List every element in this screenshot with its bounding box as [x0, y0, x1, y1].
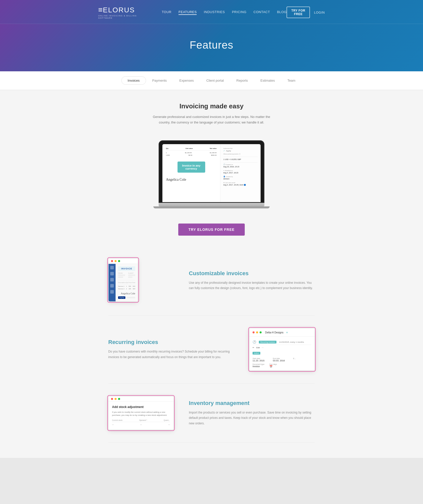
inv-dot-red	[111, 398, 113, 400]
nav-link-features[interactable]: FEATURES	[179, 10, 197, 15]
end-value: 03.03. 2016	[273, 359, 291, 362]
edit-row: ✏ Edit ···	[253, 346, 311, 349]
laptop-screen-inner: Qty Unit value Net value 1 $1,230.00 $1,…	[162, 144, 261, 202]
nav-link-industries[interactable]: INDUSTRIES	[204, 10, 225, 15]
app-sidebar	[109, 264, 116, 301]
feature-image-recurring: Delta-H Designs + 🕐 Recurring Invoices 1…	[249, 328, 315, 371]
col-qty: Qty	[166, 148, 168, 149]
recurring-dot-red	[253, 331, 255, 333]
laptop-base	[159, 203, 264, 206]
feature-row-recurring: Delta-H Designs + 🕐 Recurring Invoices 1…	[108, 316, 315, 384]
start-date-section: Start date 11.23. 2015	[253, 358, 271, 362]
page-wrapper: ≡ELORUS ONLINE INVOICING & BILLING SOFTW…	[0, 0, 423, 458]
sidebar-icon-5	[110, 290, 114, 294]
tab-reports[interactable]: Reports	[230, 76, 254, 85]
try-free-button[interactable]: TRY FOR FREE	[287, 7, 310, 18]
feature-title-customizable: Customizable invoices	[189, 270, 315, 277]
inventory-screenshot: Add stock adjustment If you wish to modi…	[108, 396, 174, 430]
recurring-badge: Recurring Invoices	[259, 341, 276, 343]
feature-row-customizable: INVOICE FROM	[108, 246, 315, 316]
edit-icon: ✏	[253, 346, 254, 349]
feature-title-recurring: Recurring invoices	[108, 339, 234, 345]
laptop-mockup-section: Qty Unit value Net value 1 $1,230.00 $1,…	[0, 133, 423, 213]
doc-type-value: Invoice	[253, 365, 264, 368]
feature-image-inventory: Add stock adjustment If you wish to modi…	[108, 396, 174, 430]
col-current: Current stock	[112, 419, 123, 421]
app-header-bar	[109, 259, 138, 264]
border-accent-wrap: INVOICE FROM	[108, 258, 138, 302]
inventory-header-bar	[109, 396, 173, 402]
date-grid: Start date 11.23. 2015 End date 03.03. 2…	[253, 358, 311, 362]
feature-intro-title: Invoicing made easy	[103, 102, 320, 110]
feature-text-inventory: Inventory management Import the products…	[189, 400, 315, 426]
tab-invoices[interactable]: Invoices	[121, 76, 146, 85]
calendar-icon: 📅	[269, 365, 272, 368]
feature-desc-customizable: Use any of the professionally designed i…	[189, 280, 315, 291]
inventory-title: Add stock adjustment	[112, 405, 170, 409]
main-content: Invoices Payments Expenses Client portal…	[0, 71, 423, 458]
recurring-header: Delta-H Designs +	[250, 328, 314, 337]
invoice-badge: Invoice in anycurrency	[178, 162, 205, 173]
sidebar-icon-4	[110, 284, 114, 288]
start-label: Start date	[253, 358, 271, 359]
tab-expenses[interactable]: Expenses	[173, 76, 200, 85]
feature-row-inventory: Add stock adjustment If you wish to modi…	[108, 384, 315, 443]
laptop-bottom	[153, 206, 270, 208]
window-dot-yellow	[115, 260, 117, 262]
feature-text-recurring: Recurring invoices Do you have customers…	[108, 339, 234, 360]
cta-button[interactable]: TRY ELORUS FOR FREE	[178, 224, 244, 236]
nav-link-blog[interactable]: BLOG	[277, 10, 287, 15]
sidebar-icon-1	[110, 266, 114, 269]
logo-text: ≡ELORUS	[98, 6, 142, 14]
laptop-screen-frame: Qty Unit value Net value 1 $1,230.00 $1,…	[159, 140, 264, 203]
login-button[interactable]: LOGIN	[314, 11, 325, 14]
feature-text-customizable: Customizable invoices Use any of the pro…	[189, 270, 315, 291]
invoice-row-2: 1,000 $0.50 $500.00	[166, 154, 217, 156]
feature-intro: Invoicing made easy Generate professiona…	[98, 90, 325, 133]
inventory-table-header: Current stock Operand * Quant...	[112, 419, 170, 422]
more-icon: ···	[262, 346, 264, 349]
end-label: End date	[273, 358, 291, 359]
feature-desc-recurring: Do you have customers with monthly recur…	[108, 349, 234, 360]
feature-title-inventory: Inventory management	[189, 400, 315, 406]
schedule-text: 11/23/2015, every 1 months	[279, 341, 304, 343]
recurring-dot-green	[260, 331, 262, 333]
window-dot-green	[118, 260, 120, 262]
tab-payments[interactable]: Payments	[146, 76, 173, 85]
end-date-section: End date 03.03. 2016	[273, 358, 291, 362]
recurring-content: 🕐 Recurring Invoices 11/23/2015, every 1…	[250, 337, 314, 370]
nav-link-tour[interactable]: TOUR	[162, 10, 171, 15]
col-operand: Operand *	[139, 419, 147, 421]
payment-section: Authorize.Net ✓ PayPal Allow partial pay…	[223, 148, 258, 155]
laptop-outer: Qty Unit value Net value 1 $1,230.00 $1,…	[159, 140, 264, 208]
header: ≡ELORUS ONLINE INVOICING & BILLING SOFTW…	[0, 0, 423, 71]
add-icon: +	[286, 330, 288, 334]
recurring-card: Delta-H Designs + 🕐 Recurring Invoices 1…	[249, 328, 315, 371]
logo-e: ≡	[98, 6, 103, 14]
recurring-row-schedule: 🕐 Recurring Invoices 11/23/2015, every 1…	[253, 339, 311, 345]
due-days-section: Due days 📅	[269, 363, 277, 368]
doc-type-label: Document type	[253, 363, 264, 365]
tab-client-portal[interactable]: Client portal	[200, 76, 230, 85]
features-list: INVOICE FROM	[98, 246, 325, 443]
nav-link-contact[interactable]: CONTACT	[254, 10, 270, 15]
invoice-signature: Angelica Cole	[166, 178, 217, 182]
nav-right: TRY FOR FREE LOGIN	[287, 7, 325, 18]
tab-team[interactable]: Team	[281, 76, 302, 85]
sidebar-icon-2	[110, 272, 114, 275]
nav-link-pricing[interactable]: PRICING	[232, 10, 246, 15]
col-quant: Quant...	[164, 419, 170, 421]
client-name: Delta-H Designs	[265, 331, 284, 334]
logo-name: ELORUS	[103, 6, 135, 14]
feature-desc-inventory: Import the products or services you sell…	[189, 410, 315, 426]
currency-rate: 1 USD = 0.61551 GBP	[223, 159, 258, 160]
inv-dot-yellow	[115, 398, 117, 400]
doc-type-row: Document type Invoice Due days 📅	[253, 363, 311, 368]
tabs-section: Invoices Payments Expenses Client portal…	[0, 71, 423, 90]
tab-estimates[interactable]: Estimates	[254, 76, 281, 85]
col-net: Net value	[210, 148, 217, 149]
invoice-right: Authorize.Net ✓ PayPal Allow partial pay…	[220, 144, 261, 202]
logo-area: ≡ELORUS ONLINE INVOICING & BILLING SOFTW…	[98, 6, 142, 19]
feature-image-customizable: INVOICE FROM	[108, 258, 174, 303]
col-unit: Unit value	[186, 148, 193, 149]
